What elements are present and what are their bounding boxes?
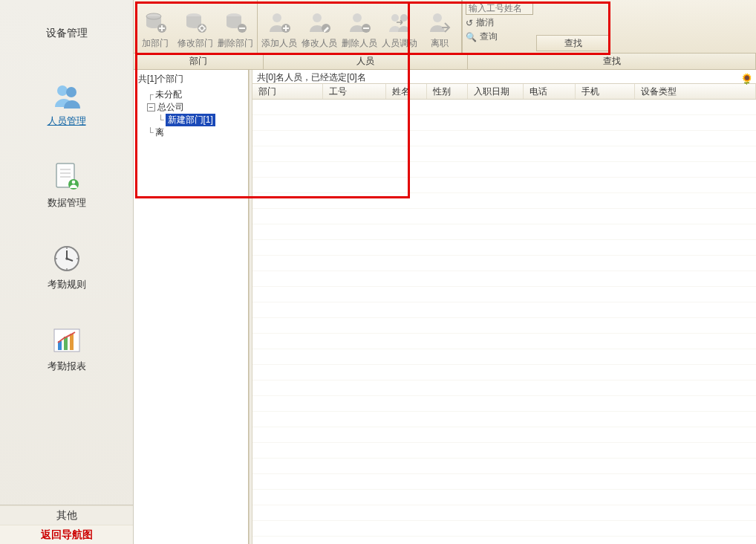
tree-collapse-icon[interactable]: − bbox=[147, 103, 155, 111]
search-box: ↺ 撤消 🔍 查询 bbox=[462, 0, 536, 53]
del-dept-button[interactable]: 删除部门 bbox=[215, 1, 255, 53]
tree-node-leave[interactable]: └离 bbox=[137, 126, 245, 139]
tabs-row: 部门 人员 查找 bbox=[134, 54, 756, 70]
sidebar-other[interactable]: 其他 bbox=[0, 505, 133, 525]
tree-pane: 共[1]个部门 ┌未分配 −总公司 └新建部门[1] └离 bbox=[134, 70, 249, 544]
nav-item-rules[interactable]: 考勤规则 bbox=[0, 244, 133, 291]
find-button[interactable]: 查找 bbox=[536, 35, 610, 51]
person-leave-icon bbox=[426, 9, 453, 36]
svg-point-31 bbox=[353, 13, 362, 22]
sidebar-back-nav[interactable]: 返回导航图 bbox=[0, 525, 133, 544]
col-mobile[interactable]: 手机 bbox=[576, 84, 635, 99]
svg-point-35 bbox=[433, 13, 442, 22]
main: 加部门 修改部门 删除部门 bbox=[134, 0, 756, 544]
search-input[interactable] bbox=[466, 1, 533, 15]
svg-point-7 bbox=[71, 181, 75, 184]
nav-label: 人员管理 bbox=[48, 114, 86, 128]
col-dept[interactable]: 部门 bbox=[252, 84, 323, 99]
tree-node-root[interactable]: −总公司 bbox=[137, 101, 245, 114]
list-caption: 共[0]名人员，已经选定[0]名 bbox=[252, 70, 756, 83]
nav-item-data[interactable]: 数据管理 bbox=[0, 162, 133, 210]
sidebar: 设备管理 人员管理 bbox=[0, 0, 134, 544]
query-link[interactable]: 🔍 查询 bbox=[466, 30, 533, 43]
svg-point-29 bbox=[313, 13, 322, 22]
edit-dept-button[interactable]: 修改部门 bbox=[175, 1, 215, 53]
svg-point-33 bbox=[391, 14, 399, 22]
toolbar: 加部门 修改部门 删除部门 bbox=[134, 0, 756, 54]
col-name[interactable]: 姓名 bbox=[386, 84, 427, 99]
person-edit-icon bbox=[306, 9, 333, 36]
nav-item-people[interactable]: 人员管理 bbox=[0, 80, 133, 128]
grid-body[interactable] bbox=[252, 100, 756, 544]
svg-point-12 bbox=[66, 247, 68, 249]
tab-dept[interactable]: 部门 bbox=[134, 54, 264, 69]
nav-item-report[interactable]: 考勤报表 bbox=[0, 326, 133, 373]
document-icon bbox=[52, 162, 82, 192]
add-dept-button[interactable]: 加部门 bbox=[135, 1, 175, 53]
svg-point-0 bbox=[57, 85, 68, 96]
chart-icon bbox=[52, 326, 82, 355]
body-split: 共[1]个部门 ┌未分配 −总公司 └新建部门[1] └离 共[0]名人员，已经… bbox=[134, 70, 756, 544]
list-pane: 共[0]名人员，已经选定[0]名 部门 工号 姓名 性别 入职日期 电话 手机 … bbox=[252, 70, 756, 544]
move-person-button[interactable]: 人员调动 bbox=[379, 1, 420, 53]
nav-label: 数据管理 bbox=[48, 196, 86, 210]
col-tel[interactable]: 电话 bbox=[524, 84, 576, 99]
db-add-icon bbox=[142, 9, 169, 36]
person-del-icon bbox=[346, 9, 373, 36]
clock-icon bbox=[52, 244, 82, 273]
db-edit-icon bbox=[182, 9, 209, 36]
tree-caption: 共[1]个部门 bbox=[134, 70, 248, 87]
grid-header: 部门 工号 姓名 性别 入职日期 电话 手机 设备类型 bbox=[252, 83, 756, 100]
svg-point-14 bbox=[66, 268, 68, 270]
magnifier-icon: 🔍 bbox=[466, 32, 477, 42]
col-gender[interactable]: 性别 bbox=[427, 84, 468, 99]
col-hire[interactable]: 入职日期 bbox=[468, 84, 524, 99]
dept-tree[interactable]: ┌未分配 −总公司 └新建部门[1] └离 bbox=[134, 87, 248, 142]
svg-point-15 bbox=[56, 258, 57, 259]
person-move-icon bbox=[386, 9, 413, 36]
person-tool-group: 添加人员 修改人员 删除人员 bbox=[258, 0, 462, 53]
svg-point-27 bbox=[273, 13, 281, 22]
svg-point-13 bbox=[76, 258, 78, 259]
flower-icon: 🌻 bbox=[740, 73, 753, 85]
edit-person-button[interactable]: 修改人员 bbox=[299, 1, 339, 53]
nav-list: 人员管理 数据管理 bbox=[0, 67, 133, 505]
add-person-button[interactable]: 添加人员 bbox=[259, 1, 299, 53]
svg-point-1 bbox=[66, 87, 76, 97]
nav-label: 考勤报表 bbox=[48, 360, 86, 373]
del-person-button[interactable]: 删除人员 bbox=[339, 1, 379, 53]
db-del-icon bbox=[222, 9, 249, 36]
tree-node-newdept[interactable]: └新建部门[1] bbox=[137, 114, 245, 126]
dept-tool-group: 加部门 修改部门 删除部门 bbox=[134, 0, 258, 53]
col-device[interactable]: 设备类型 bbox=[635, 84, 756, 99]
cancel-link[interactable]: ↺ 撤消 bbox=[466, 16, 533, 29]
svg-rect-19 bbox=[70, 334, 74, 350]
leave-person-button[interactable]: 离职 bbox=[420, 1, 460, 53]
people-icon bbox=[52, 80, 82, 110]
sidebar-footer: 其他 返回导航图 bbox=[0, 505, 133, 544]
sidebar-header-label: 设备管理 bbox=[46, 27, 88, 40]
nav-label: 考勤规则 bbox=[48, 278, 86, 291]
tree-node-unassigned[interactable]: ┌未分配 bbox=[137, 88, 245, 101]
sidebar-header: 设备管理 bbox=[0, 0, 133, 67]
person-add-icon bbox=[266, 9, 293, 36]
tab-find[interactable]: 查找 bbox=[468, 54, 756, 69]
col-empno[interactable]: 工号 bbox=[323, 84, 386, 99]
tab-person[interactable]: 人员 bbox=[264, 54, 468, 69]
undo-icon: ↺ bbox=[466, 18, 473, 28]
